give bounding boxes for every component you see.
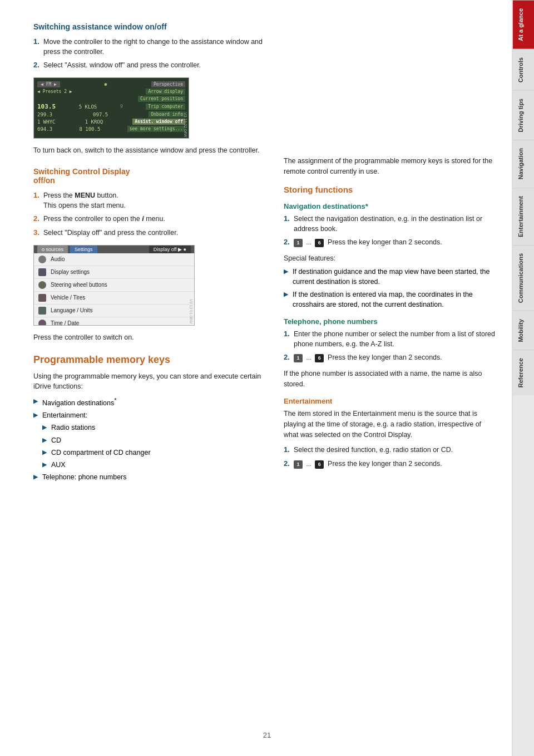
nav-special-2: ▶ If the destination is entered via map,… — [284, 289, 496, 310]
bullet-telephone: ▶ Telephone: phone numbers — [33, 472, 267, 482]
tel-step-1: 1. Enter the phone number or select the … — [284, 329, 496, 349]
switching-control-section: Switching Control Display off/on 1. Pres… — [33, 167, 267, 343]
settings-header: o sources Settings Display off ▶ ● — [34, 246, 194, 253]
bullet-cd: ▶ CD — [42, 435, 267, 445]
switching-assistance-heading: Switching assistance window on/off — [33, 22, 267, 31]
telephone-steps: 1. Enter the phone number or select the … — [284, 329, 496, 363]
bullet-arrow-cdc: ▶ — [42, 448, 51, 457]
settings-items-list: Audio Display settings Steering wheel bu… — [34, 253, 194, 326]
nav-special-2-text: If the destination is entered via map, t… — [293, 289, 496, 310]
nav-special-1-text: If destination guidance and the map view… — [293, 267, 496, 287]
key-btn-1-tel: 1 — [294, 354, 303, 362]
switching-assistance-steps: 1. Move the controller to the right to c… — [33, 37, 267, 71]
step-2: 2. Select "Assist. window off" and press… — [33, 60, 267, 71]
bullet-radio: ▶ Radio stations — [42, 423, 267, 433]
left-column: Switching assistance window on/off 1. Mo… — [33, 22, 267, 734]
sidebar-divider — [512, 0, 513, 756]
nav-step-1-text: Select the navigation destination, e.g. … — [294, 214, 496, 234]
time-date-item: Time / Date — [34, 317, 194, 326]
telephone-note: If the phone number is associated with a… — [284, 369, 496, 390]
sidebar-tab-navigation[interactable]: Navigation — [513, 140, 534, 187]
bullet-entertainment: ▶ Entertainment: — [33, 410, 267, 420]
bullet-entertainment-text: Entertainment: — [42, 410, 87, 420]
ctrl-step-3-text: Select "Display off" and press the contr… — [43, 228, 267, 238]
key-btn-6-nav: 6 — [315, 239, 324, 247]
watermark-2: V3 13 01 06W — [189, 299, 193, 323]
ctrl-step-2: 2. Press the controller to open the i me… — [33, 214, 267, 224]
bullet-arrow-cd: ▶ — [42, 436, 51, 445]
sidebar-tab-at-a-glance[interactable]: At a glance — [513, 0, 534, 49]
bullet-arrow-sp2: ▶ — [284, 290, 293, 299]
programmable-section: Programmable memory keys Using the progr… — [33, 354, 267, 483]
settings-display-mock: o sources Settings Display off ▶ ● Audio — [34, 246, 194, 325]
settings-tab: Settings — [70, 246, 97, 253]
sources-tab: o sources — [37, 246, 68, 253]
key-btn-1-ent: 1 — [294, 460, 303, 469]
right-column: The assignment of the programmable memor… — [284, 22, 496, 734]
step-1: 1. Move the controller to the right to c… — [33, 37, 267, 57]
switching-control-caption: Press the controller to switch on. — [33, 332, 267, 343]
settings-display-screenshot: o sources Settings Display off ▶ ● Audio — [33, 245, 195, 326]
step-text-2: Select "Assist. window off" and press th… — [43, 60, 267, 71]
display-off-btn: Display off ▶ ● — [149, 246, 191, 253]
nav-destinations-heading: Navigation destinations* — [284, 202, 496, 210]
steering-wheel-item: Steering wheel buttons — [34, 279, 194, 292]
bullet-cd-changer: ▶ CD compartment of CD changer — [42, 448, 267, 458]
assignment-note: The assignment of the programmable memor… — [284, 156, 496, 177]
switching-control-steps: 1. Press the MENU button.This opens the … — [33, 190, 267, 238]
bullet-arrow-aux: ▶ — [42, 460, 51, 469]
bullet-arrow-nav: ▶ — [33, 397, 42, 406]
programmable-bullets: ▶ Navigation destinations* ▶ Entertainme… — [33, 396, 267, 482]
bullet-radio-text: Radio stations — [51, 423, 95, 433]
key-btn-6-ent: 6 — [315, 460, 324, 469]
switching-assistance-section: Switching assistance window on/off 1. Mo… — [33, 22, 267, 156]
step-num-2: 2. — [33, 60, 43, 71]
bullet-nav: ▶ Navigation destinations* — [33, 396, 267, 408]
nav-special-1: ▶ If destination guidance and the map vi… — [284, 267, 496, 287]
sidebar-tab-entertainment[interactable]: Entertainment — [513, 188, 534, 245]
tel-step-1-text: Enter the phone number or select the num… — [294, 329, 496, 349]
bullet-arrow-radio: ▶ — [42, 423, 51, 432]
bullet-nav-text: Navigation destinations* — [42, 396, 116, 408]
sidebar-tab-reference[interactable]: Reference — [513, 350, 534, 395]
key-btn-1-nav: 1 — [294, 239, 303, 247]
storing-functions-heading: Storing functions — [284, 185, 496, 194]
language-units-item: Language / Units — [34, 305, 194, 317]
vehicle-tires-item: Vehicle / Tires — [34, 292, 194, 305]
step-num-1: 1. — [33, 37, 43, 57]
bullet-arrow-tel: ▶ — [33, 473, 42, 482]
i-menu-label: i — [142, 215, 144, 223]
nav-special-bullets: ▶ If destination guidance and the map vi… — [284, 267, 496, 310]
bullet-aux-text: AUX — [51, 460, 66, 470]
step-text-1: Move the controller to the right to chan… — [43, 37, 267, 57]
nav-step-1: 1. Select the navigation destination, e.… — [284, 214, 496, 234]
bullet-aux: ▶ AUX — [42, 460, 267, 470]
sidebar-tab-mobility[interactable]: Mobility — [513, 311, 534, 350]
ctrl-step-1: 1. Press the MENU button.This opens the … — [33, 190, 267, 210]
sidebar: At a glance Controls Driving tips Naviga… — [513, 0, 534, 756]
sidebar-tab-communications[interactable]: Communications — [513, 245, 534, 311]
programmable-heading: Programmable memory keys — [33, 354, 267, 366]
entertainment-heading: Entertainment — [284, 397, 496, 405]
programmable-intro: Using the programmable memory keys, you … — [33, 371, 267, 392]
audio-item: Audio — [34, 253, 194, 266]
ent-step-1: 1. Select the desired function, e.g. rad… — [284, 445, 496, 455]
bullet-arrow-ent: ▶ — [33, 411, 42, 420]
bullet-arrow-sp1: ▶ — [284, 267, 293, 276]
telephone-heading: Telephone, phone numbers — [284, 317, 496, 326]
sidebar-tab-driving-tips[interactable]: Driving tips — [513, 90, 534, 140]
ent-step-1-text: Select the desired function, e.g. radio … — [294, 445, 496, 455]
special-features-label: Special features: — [284, 253, 496, 264]
nav-step-2: 2. 1 ... 6 Press the key longer than 2 s… — [284, 237, 496, 248]
sidebar-tab-controls[interactable]: Controls — [513, 49, 534, 90]
bullet-cd-text: CD — [51, 435, 61, 445]
radio-display-screenshot: ◀ FM ▶ ● Perspective ◀ Presets 2 ▶ Arrow… — [33, 77, 189, 139]
menu-label: MENU — [75, 192, 95, 199]
display-settings-item: Display settings — [34, 266, 194, 279]
bullet-cd-changer-text: CD compartment of CD changer — [51, 448, 151, 458]
key-btn-6-tel: 6 — [315, 354, 324, 362]
switching-control-heading: Switching Control Display off/on — [33, 167, 267, 185]
page-number: 21 — [263, 731, 271, 739]
ctrl-step-3: 3. Select "Display off" and press the co… — [33, 228, 267, 238]
nav-destinations-steps: 1. Select the navigation destination, e.… — [284, 214, 496, 248]
